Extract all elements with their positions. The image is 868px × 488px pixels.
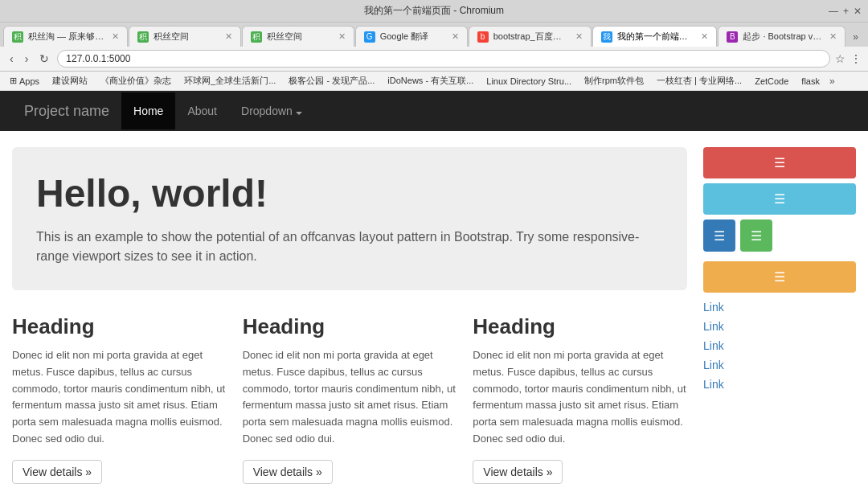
columns-row: Heading Donec id elit non mi porta gravi… bbox=[12, 314, 687, 484]
dropdown-label: Dropdown bbox=[241, 105, 293, 117]
sidebar-link-1[interactable]: Link bbox=[703, 297, 856, 317]
tab-title-6: 我的第一个前端页面 bbox=[617, 31, 697, 43]
bookmark-7-label: 制作rpm软件包 bbox=[584, 75, 644, 87]
bookmark-2-label: 《商业价值》杂志 bbox=[100, 75, 171, 87]
tab-favicon-2: 积 bbox=[137, 31, 149, 43]
tab-title-2: 积丝空间 bbox=[154, 31, 220, 43]
url-input[interactable]: 127.0.0.1:5000 bbox=[57, 50, 830, 68]
col2-heading: Heading bbox=[243, 314, 457, 339]
column-3: Heading Donec id elit non mi porta gravi… bbox=[473, 314, 687, 484]
sidebar-link-3[interactable]: Link bbox=[703, 336, 856, 355]
tab-1[interactable]: 积 积丝淘 — 原来够c... ✕ bbox=[3, 26, 128, 47]
bookmark-3[interactable]: 环球网_全球生活新门... bbox=[179, 73, 280, 88]
nav-item-about: About bbox=[175, 92, 229, 129]
tab-favicon-6: 我 bbox=[601, 31, 612, 43]
dropdown-caret-icon bbox=[296, 112, 302, 115]
col2-text: Donec id elit non mi porta gravida at eg… bbox=[243, 347, 457, 448]
sidebar-btn-red[interactable]: ☰ bbox=[703, 147, 856, 178]
bookmark-2[interactable]: 《商业价值》杂志 bbox=[96, 73, 176, 88]
jumbotron: Hello, world! This is an example to show… bbox=[12, 147, 687, 290]
jumbotron-text: This is an example to show the potential… bbox=[36, 228, 663, 266]
bookmarks-bar: ⊞ Apps 建设网站 《商业价值》杂志 环球网_全球生活新门... 极客公园 … bbox=[0, 72, 868, 91]
tab-close-2[interactable]: ✕ bbox=[225, 31, 232, 42]
bookmark-1-label: 建设网站 bbox=[52, 75, 88, 87]
reload-button[interactable]: ↻ bbox=[36, 51, 52, 67]
close-btn[interactable]: ✕ bbox=[854, 6, 862, 17]
nav-item-home: Home bbox=[121, 92, 175, 129]
browser-window: 我的第一个前端页面 - Chromium — + ✕ 积 积丝淘 — 原来够c.… bbox=[0, 0, 868, 488]
main-container: Hello, world! This is an example to show… bbox=[0, 131, 868, 488]
bookmark-10[interactable]: flask bbox=[796, 75, 825, 88]
sidebar-btn-green[interactable]: ☰ bbox=[740, 219, 772, 252]
browser-titlebar: 我的第一个前端页面 - Chromium — + ✕ bbox=[0, 0, 868, 23]
bookmark-10-label: flask bbox=[801, 76, 820, 86]
sidebar-link-2[interactable]: Link bbox=[703, 317, 856, 336]
tab-close-5[interactable]: ✕ bbox=[575, 31, 583, 42]
bookmark-7[interactable]: 制作rpm软件包 bbox=[579, 73, 649, 88]
tab-bar: 积 积丝淘 — 原来够c... ✕ 积 积丝空间 ✕ 积 积丝空间 ✕ G Go… bbox=[0, 23, 868, 47]
tab-more-btn[interactable]: » bbox=[846, 27, 865, 47]
col1-heading: Heading bbox=[12, 314, 227, 339]
col2-button[interactable]: View details » bbox=[243, 460, 333, 484]
sidebar-btn-orange[interactable]: ☰ bbox=[703, 261, 856, 293]
nav-link-home[interactable]: Home bbox=[121, 92, 175, 129]
navbar-brand[interactable]: Project name bbox=[12, 91, 121, 132]
bookmark-8[interactable]: 一枝红杏 | 专业网络... bbox=[652, 73, 747, 88]
bookmark-4[interactable]: 极客公园 - 发现产品... bbox=[284, 73, 379, 88]
tab-close-3[interactable]: ✕ bbox=[338, 31, 346, 42]
col3-heading: Heading bbox=[473, 314, 687, 339]
tab-5[interactable]: b bootstrap_百度搜索 ✕ bbox=[469, 26, 592, 47]
bookmark-6[interactable]: Linux Directory Stru... bbox=[481, 75, 576, 88]
bookmark-9[interactable]: ZetCode bbox=[750, 75, 793, 88]
sidebar: ☰ ☰ ☰ ☰ ☰ bbox=[703, 147, 856, 484]
col3-text: Donec id elit non mi porta gravida at eg… bbox=[473, 347, 687, 448]
tab-6[interactable]: 我 我的第一个前端页面 ✕ bbox=[592, 26, 718, 47]
sidebar-btn-blue-icon: ☰ bbox=[714, 228, 725, 244]
tab-close-1[interactable]: ✕ bbox=[112, 31, 119, 42]
nav-link-dropdown[interactable]: Dropdown bbox=[229, 92, 314, 129]
bookmark-4-label: 极客公园 - 发现产品... bbox=[289, 75, 375, 87]
star-icon[interactable]: ☆ bbox=[835, 52, 845, 65]
tab-title-7: 起步 · Bootstrap v3... bbox=[743, 31, 825, 43]
sidebar-btn-teal-icon: ☰ bbox=[774, 191, 785, 207]
minimize-btn[interactable]: — bbox=[829, 6, 838, 17]
tab-close-6[interactable]: ✕ bbox=[701, 31, 708, 42]
sidebar-btn-teal[interactable]: ☰ bbox=[703, 183, 856, 215]
tab-2[interactable]: 积 积丝空间 ✕ bbox=[129, 26, 241, 47]
sidebar-link-5[interactable]: Link bbox=[703, 375, 856, 394]
bookmark-apps[interactable]: ⊞ Apps bbox=[5, 74, 44, 88]
tab-close-7[interactable]: ✕ bbox=[829, 31, 837, 42]
tab-3[interactable]: 积 积丝空间 ✕ bbox=[242, 26, 354, 47]
nav-link-about[interactable]: About bbox=[175, 92, 229, 129]
sidebar-btn-blue[interactable]: ☰ bbox=[703, 219, 735, 252]
col1-button[interactable]: View details » bbox=[12, 460, 102, 484]
bookmark-8-label: 一枝红杏 | 专业网络... bbox=[657, 75, 742, 87]
col1-text: Donec id elit non mi porta gravida at eg… bbox=[12, 347, 227, 448]
sidebar-link-4[interactable]: Link bbox=[703, 355, 856, 375]
bookmarks-more-btn[interactable]: » bbox=[829, 76, 835, 87]
tab-close-4[interactable]: ✕ bbox=[452, 31, 459, 42]
tab-7[interactable]: B 起步 · Bootstrap v3... ✕ bbox=[718, 26, 845, 47]
back-button[interactable]: ‹ bbox=[6, 51, 17, 67]
sidebar-btn-orange-icon: ☰ bbox=[774, 269, 785, 285]
bookmark-5[interactable]: iDoNews - 有关互联... bbox=[383, 73, 478, 88]
navbar-nav: Home About Dropdown bbox=[121, 92, 314, 129]
column-1: Heading Donec id elit non mi porta gravi… bbox=[12, 314, 227, 484]
bookmark-1[interactable]: 建设网站 bbox=[47, 73, 92, 88]
jumbotron-heading: Hello, world! bbox=[36, 171, 663, 215]
tab-4[interactable]: G Google 翻译 ✕ bbox=[355, 26, 468, 47]
maximize-btn[interactable]: + bbox=[843, 6, 849, 17]
tab-favicon-4: G bbox=[364, 31, 375, 43]
forward-button[interactable]: › bbox=[22, 51, 32, 67]
apps-icon: ⊞ bbox=[10, 76, 17, 86]
sidebar-small-buttons-row: ☰ ☰ bbox=[703, 219, 856, 256]
menu-icon[interactable]: ⋮ bbox=[850, 52, 862, 65]
nav-item-dropdown: Dropdown bbox=[229, 92, 314, 129]
tab-title-4: Google 翻译 bbox=[380, 31, 447, 43]
col3-button[interactable]: View details » bbox=[473, 460, 563, 484]
tab-favicon-3: 积 bbox=[251, 31, 262, 43]
bookmark-5-label: iDoNews - 有关互联... bbox=[387, 75, 473, 87]
browser-toolbar-icons: ☆ ⋮ bbox=[835, 52, 862, 65]
bookmark-9-label: ZetCode bbox=[755, 76, 788, 86]
bookmark-6-label: Linux Directory Stru... bbox=[486, 76, 571, 86]
